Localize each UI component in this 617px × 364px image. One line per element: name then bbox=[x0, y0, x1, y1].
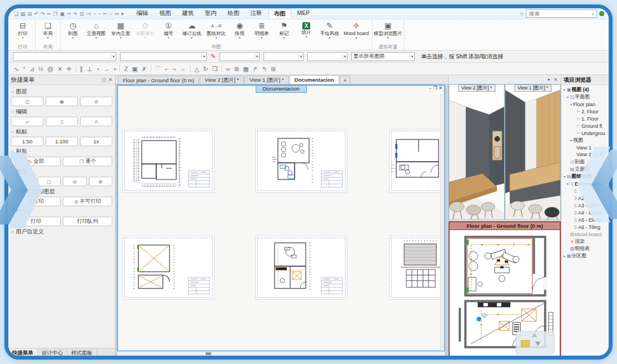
tool-icon-25[interactable]: ▦ bbox=[243, 66, 248, 72]
layout-canvas[interactable] bbox=[118, 86, 444, 350]
tree-item-1. Floor[interactable]: ⊢1. Floor bbox=[561, 115, 609, 122]
expander-icon[interactable]: ▾ bbox=[566, 182, 570, 186]
ribbon-button-detail-icon[interactable]: ⊙详图索引▾ bbox=[133, 19, 157, 43]
tool-icon-15[interactable]: ✗ bbox=[142, 66, 147, 72]
option-combo-4[interactable]: ▾ bbox=[263, 52, 303, 61]
quick-button-1:100[interactable]: 1:100 bbox=[46, 137, 78, 146]
minus-icon[interactable]: − bbox=[98, 11, 101, 17]
quick-button-doc-icon[interactable]: ▯ bbox=[46, 117, 78, 126]
tool-icon-5[interactable]: @ bbox=[47, 66, 53, 72]
chevron-down-icon[interactable]: ▾ bbox=[342, 54, 346, 59]
quick-button-1x[interactable]: 1x bbox=[80, 137, 112, 146]
tree-item-Documenta[interactable]: ▾▯Documenta bbox=[561, 180, 609, 187]
tree-item-Floor plan[interactable]: ▾Floor plan bbox=[561, 101, 609, 108]
menu-tab-编辑[interactable]: 编辑 bbox=[132, 9, 153, 18]
expander-icon[interactable]: ▸ bbox=[563, 254, 566, 258]
tee-left-icon[interactable]: ⊣ bbox=[86, 11, 91, 17]
window-control[interactable]: ‒ bbox=[429, 86, 431, 91]
view1-title[interactable]: View 1 [图片] * bbox=[514, 84, 551, 92]
ribbon-button-modelpic-icon[interactable]: ▣模型浏览图片▾ bbox=[374, 19, 402, 43]
tool-icon-28[interactable]: ⊞ bbox=[271, 66, 276, 72]
chevron-down-icon[interactable]: ▾ bbox=[298, 54, 302, 59]
tree-item-A6 - Tiling[interactable]: ▯A6 - Tiling bbox=[561, 223, 609, 231]
tree-item-平面图[interactable]: ▾◫平面图 bbox=[561, 93, 609, 101]
doc-tab[interactable]: View 2 [图片] * bbox=[200, 76, 244, 84]
copy-icon[interactable]: ❐ bbox=[53, 11, 58, 17]
layout-sheet-4[interactable] bbox=[123, 236, 214, 299]
box-icon[interactable]: ⊡ bbox=[79, 11, 84, 17]
tool-icon-24[interactable]: ⊞ bbox=[234, 66, 239, 72]
menu-tab-视图[interactable]: 视图 bbox=[155, 9, 176, 18]
tree-item-A5 - Electri[interactable]: ▯A5 - Electri bbox=[561, 216, 609, 223]
vertical-scrollbar[interactable] bbox=[440, 93, 444, 351]
close-icon[interactable]: ✕ bbox=[108, 77, 112, 82]
quick-button-layer-open-icon[interactable]: ◉ bbox=[46, 97, 78, 106]
layout-sheet-2[interactable] bbox=[256, 129, 347, 192]
doc-tab[interactable]: Documentacion bbox=[290, 75, 339, 84]
menu-tab-布图[interactable]: 布图 bbox=[268, 9, 291, 18]
tool-icon-22[interactable]: ❒ bbox=[212, 66, 217, 72]
chevron-down-icon[interactable]: ▾ bbox=[201, 54, 205, 59]
ribbon-button-compare-icon[interactable]: A→B图纸对比▾ bbox=[204, 19, 228, 43]
ribbon-button-moodboard-icon[interactable]: ❖Mood board▾ bbox=[342, 19, 371, 43]
quick-button-drag-icon[interactable]: ▱ bbox=[11, 117, 43, 126]
quick-button-layer-off-icon[interactable]: ⊘ bbox=[80, 97, 112, 106]
cut-icon[interactable]: ✂ bbox=[47, 11, 51, 17]
quick-button-zoom-fill-icon[interactable]: ▮ bbox=[11, 177, 35, 186]
section-header[interactable]: ≈粘贴 bbox=[11, 128, 112, 136]
tool-icon-26[interactable]: ↱ bbox=[253, 66, 258, 72]
tool-icon-16[interactable]: ⌒ bbox=[155, 66, 161, 72]
ribbon-button-printer-icon[interactable]: ⊟打印▾ bbox=[12, 19, 34, 43]
option-combo-2[interactable]: ▾ bbox=[120, 52, 207, 61]
ribbon-button-sketch-icon[interactable]: ✎手绘风格▾ bbox=[317, 19, 342, 43]
tool-icon-20[interactable]: △ bbox=[195, 66, 199, 72]
pen-icon[interactable]: ✎ bbox=[211, 53, 216, 60]
document-window-title[interactable]: Documentacion bbox=[255, 85, 306, 93]
panel-tab-样式面板[interactable]: 样式面板 bbox=[67, 348, 97, 357]
pencil-icon[interactable]: ✎ bbox=[73, 11, 78, 17]
expander-icon[interactable]: ▾ bbox=[569, 138, 573, 142]
section-header[interactable]: ≈视图 bbox=[11, 168, 112, 176]
quick-button-打印[interactable]: 打印 bbox=[11, 217, 61, 226]
doc-tab[interactable]: Floor plan - Ground floor (0 m) bbox=[118, 76, 199, 84]
quick-button-全部[interactable]: ↻全部 bbox=[11, 157, 61, 166]
option-combo-5[interactable]: ▾ bbox=[307, 52, 347, 61]
chevron-down-icon[interactable]: ▾ bbox=[111, 54, 115, 59]
tool-icon-1[interactable]: ∿ bbox=[14, 66, 19, 72]
tool-icon-18[interactable]: ¬ bbox=[172, 66, 176, 72]
neg2-icon[interactable]: ⌐ bbox=[110, 11, 112, 17]
window-control[interactable]: ❐ bbox=[433, 86, 437, 91]
section-header[interactable]: ≈设置可打印图层 bbox=[11, 188, 112, 196]
quick-button-不可打印[interactable]: ⊘不可打印 bbox=[63, 197, 112, 206]
neg-icon[interactable]: ¬ bbox=[93, 11, 96, 17]
open-icon[interactable]: ❏ bbox=[14, 11, 18, 17]
tee-right-icon[interactable]: ⊢ bbox=[103, 11, 107, 17]
ribbon-options-icon[interactable]: ◇ bbox=[520, 11, 524, 16]
search-input[interactable] bbox=[528, 10, 591, 17]
horizontal-scrollbar[interactable] bbox=[117, 351, 445, 357]
option-combo-1[interactable]: ▾ bbox=[13, 52, 116, 61]
ribbon-button-schedule-icon[interactable]: ≣明细表▾ bbox=[251, 19, 273, 43]
tree-item-Ground fl[interactable]: ⊢Ground fl bbox=[561, 122, 609, 129]
ribbon-button-elevation-icon[interactable]: ⌂立面视图▾ bbox=[84, 19, 108, 43]
view1-preview[interactable]: View 1 [图片] * bbox=[505, 84, 561, 220]
tree-item-A2 -[interactable]: ▯A2 - bbox=[561, 195, 609, 202]
tree-item-hidden[interactable]: ▯ bbox=[561, 187, 609, 195]
quick-button-zoom-in-icon[interactable]: ⊕ bbox=[89, 177, 113, 186]
tree-item-剖面[interactable]: ◷剖面 bbox=[561, 158, 609, 166]
search-box[interactable]: ⌕ bbox=[526, 9, 597, 18]
tool-icon-27[interactable]: ↰ bbox=[262, 66, 267, 72]
quick-button-打印队列[interactable]: 打印队列 bbox=[63, 217, 112, 226]
tool-icon-11[interactable]: → bbox=[104, 66, 110, 72]
quick-button-marquee-icon[interactable]: ▢ bbox=[37, 177, 61, 186]
tool-icon-2[interactable]: ° bbox=[23, 66, 25, 72]
undo-icon[interactable]: ↶ bbox=[34, 11, 38, 17]
tree-item-分区图[interactable]: ▸▦分区图 bbox=[561, 252, 609, 260]
paste-icon[interactable]: ▣ bbox=[60, 11, 65, 17]
expander-icon[interactable]: ▾ bbox=[563, 88, 566, 92]
expander-icon[interactable]: ▾ bbox=[566, 95, 570, 99]
ribbon-button-revision-cloud-icon[interactable]: ☁修订云线▾ bbox=[180, 19, 204, 43]
ribbon-button-section-icon[interactable]: ◷剖面▾ bbox=[62, 19, 84, 43]
quick-button-zoom-out-icon[interactable]: ⊖ bbox=[63, 177, 87, 186]
close-icon[interactable]: ✕ bbox=[554, 77, 558, 82]
